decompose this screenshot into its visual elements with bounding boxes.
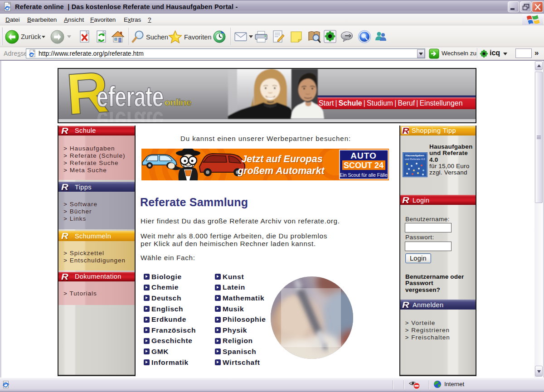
svg-text:eferate: eferate xyxy=(97,81,164,112)
svg-text:Jetzt auf Europas: Jetzt auf Europas xyxy=(241,154,322,165)
svg-text:Start | Schule | Studium | Ber: Start | Schule | Studium | Beruf | Einst… xyxy=(319,99,462,107)
svg-text:AUTO: AUTO xyxy=(350,151,376,160)
svg-text:Ein Scout für alle Fälle: Ein Scout für alle Fälle xyxy=(340,172,387,178)
svg-text:und Referate 4.0: und Referate 4.0 xyxy=(405,158,425,160)
svg-text:SCOUT 24: SCOUT 24 xyxy=(344,161,384,170)
svg-text:online: online xyxy=(165,97,191,107)
svg-text:großem Automarkt: großem Automarkt xyxy=(237,165,325,176)
svg-text:Hausaufgaben: Hausaufgaben xyxy=(405,154,424,157)
